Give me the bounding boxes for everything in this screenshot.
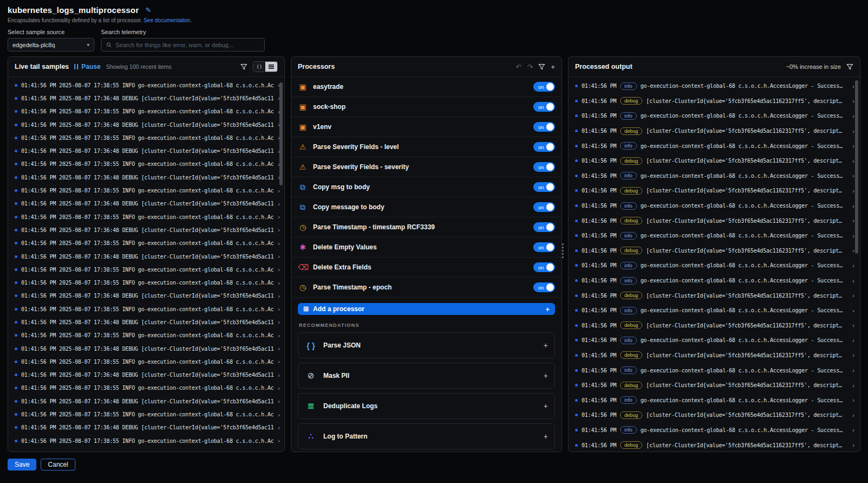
output-row[interactable]: 01:41:56 PM debug [cluster-ClusterId{val… [569, 183, 860, 198]
processor-toggle[interactable]: on [533, 182, 555, 192]
recommendation-card[interactable]: ⊘ Mask PII + [298, 363, 555, 389]
add-icon[interactable]: + [551, 63, 555, 70]
output-row[interactable]: 01:41:56 PM info go-execution-context-gl… [569, 273, 860, 288]
processor-toggle[interactable]: on [533, 122, 555, 132]
chevron-right-icon: › [278, 450, 280, 452]
log-row[interactable]: 01:41:56 PM 2025-08-07 17:36:48 DEBUG [c… [8, 223, 284, 236]
log-row[interactable]: 01:41:56 PM 2025-08-07 17:38:55 INFO go-… [8, 302, 284, 315]
log-row[interactable]: 01:41:56 PM 2025-08-07 17:38:55 INFO go-… [8, 434, 284, 447]
processor-toggle[interactable]: on [533, 262, 555, 272]
processor-toggle[interactable]: on [533, 222, 555, 232]
log-row[interactable]: 01:41:56 PM 2025-08-07 17:36:48 DEBUG [c… [8, 197, 284, 210]
processor-row[interactable]: ⌫ Delete Extra Fields on [291, 257, 561, 278]
processor-toggle[interactable]: on [533, 142, 555, 152]
save-button[interactable]: Save [8, 459, 36, 471]
log-row[interactable]: 01:41:56 PM 2025-08-07 17:36:48 DEBUG [c… [8, 144, 284, 157]
log-row[interactable]: 01:41:56 PM 2025-08-07 17:36:48 DEBUG [c… [8, 395, 284, 408]
output-row[interactable]: 01:41:56 PM info go-execution-context-gl… [569, 198, 860, 214]
undo-icon[interactable]: ↶ [516, 63, 522, 70]
output-row[interactable]: 01:41:56 PM info go-execution-context-gl… [569, 363, 860, 378]
output-row[interactable]: 01:41:56 PM debug [cluster-ClusterId{val… [569, 153, 860, 169]
log-row[interactable]: 01:41:56 PM 2025-08-07 17:38:55 INFO go-… [8, 131, 284, 144]
scrollbar-thumb[interactable] [855, 80, 858, 254]
output-row[interactable]: 01:41:56 PM info go-execution-context-gl… [569, 79, 860, 94]
processor-row[interactable]: ⚠ Parse Severity Fields - severity on [291, 157, 561, 177]
processor-toggle[interactable]: on [533, 162, 555, 172]
processor-toggle[interactable]: on [533, 102, 555, 112]
log-row[interactable]: 01:41:56 PM 2025-08-07 17:38:55 INFO go-… [8, 237, 284, 250]
log-row[interactable]: 01:41:56 PM 2025-08-07 17:36:48 DEBUG [c… [8, 289, 284, 302]
log-row[interactable]: 01:41:56 PM 2025-08-07 17:36:48 DEBUG [c… [8, 447, 284, 452]
documentation-link[interactable]: See documentation. [144, 17, 192, 23]
log-row[interactable]: 01:41:56 PM 2025-08-07 17:38:55 INFO go-… [8, 329, 284, 342]
processor-row[interactable]: ⧉ Copy msg to body on [291, 177, 561, 197]
processor-row[interactable]: ▣ v1env on [291, 117, 561, 137]
output-row[interactable]: 01:41:56 PM debug [cluster-ClusterId{val… [569, 437, 860, 452]
output-row[interactable]: 01:41:56 PM info go-execution-context-gl… [569, 169, 860, 184]
log-row[interactable]: 01:41:56 PM 2025-08-07 17:36:48 DEBUG [c… [8, 250, 284, 263]
recommendation-card[interactable]: ≣ Deduplicate Logs + [298, 393, 555, 419]
output-row[interactable]: 01:41:56 PM debug [cluster-ClusterId{val… [569, 124, 860, 139]
log-row[interactable]: 01:41:56 PM 2025-08-07 17:36:48 DEBUG [c… [8, 315, 284, 329]
log-row[interactable]: 01:41:56 PM 2025-08-07 17:38:55 INFO go-… [8, 105, 284, 118]
processor-toggle[interactable]: on [533, 82, 555, 92]
sample-source-select[interactable]: edgedelta-plc8q ▾ [8, 38, 94, 51]
output-row[interactable]: 01:41:56 PM info go-execution-context-gl… [569, 303, 860, 318]
processor-toggle[interactable]: on [533, 242, 555, 252]
processor-row[interactable]: ◷ Parse Timestamp - timestamp RCF3339 on [291, 217, 561, 237]
search-input[interactable] [116, 42, 260, 48]
log-row[interactable]: 01:41:56 PM 2025-08-07 17:38:55 INFO go-… [8, 158, 284, 171]
filter-icon[interactable] [538, 63, 545, 70]
processor-toggle[interactable]: on [533, 202, 555, 212]
output-row[interactable]: 01:41:56 PM info go-execution-context-gl… [569, 138, 860, 153]
output-row[interactable]: 01:41:56 PM info go-execution-context-gl… [569, 423, 860, 438]
output-row[interactable]: 01:41:56 PM info go-execution-context-gl… [569, 108, 860, 124]
processor-toggle[interactable]: on [533, 282, 555, 292]
edit-title-icon[interactable]: ✎ [145, 6, 151, 14]
output-row[interactable]: 01:41:56 PM debug [cluster-ClusterId{val… [569, 288, 860, 303]
log-row[interactable]: 01:41:56 PM 2025-08-07 17:36:48 DEBUG [c… [8, 118, 284, 131]
output-row[interactable]: 01:41:56 PM info go-execution-context-gl… [569, 258, 860, 273]
output-row[interactable]: 01:41:56 PM debug [cluster-ClusterId{val… [569, 348, 860, 363]
pause-button[interactable]: Pause [74, 63, 100, 70]
log-row[interactable]: 01:41:56 PM 2025-08-07 17:38:55 INFO go-… [8, 382, 284, 395]
log-row[interactable]: 01:41:56 PM 2025-08-07 17:38:55 INFO go-… [8, 408, 284, 421]
output-row[interactable]: 01:41:56 PM debug [cluster-ClusterId{val… [569, 243, 860, 259]
output-row[interactable]: 01:41:56 PM info go-execution-context-gl… [569, 392, 860, 408]
cancel-button[interactable]: Cancel [41, 459, 75, 471]
recommendation-card[interactable]: { } Parse JSON + [298, 332, 555, 358]
redo-icon[interactable]: ↷ [527, 63, 533, 70]
log-row[interactable]: 01:41:56 PM 2025-08-07 17:36:48 DEBUG [c… [8, 171, 284, 184]
output-row[interactable]: 01:41:56 PM info go-execution-context-gl… [569, 228, 860, 243]
output-row[interactable]: 01:41:56 PM debug [cluster-ClusterId{val… [569, 408, 860, 423]
add-processor-button[interactable]: ⊞ Add a processor + [298, 303, 555, 315]
log-row[interactable]: 01:41:56 PM 2025-08-07 17:38:55 INFO go-… [8, 355, 284, 368]
raw-view-button[interactable]: () [253, 62, 265, 72]
recommendation-card[interactable]: ∴ Log to Pattern + [298, 423, 555, 449]
log-row[interactable]: 01:41:56 PM 2025-08-07 17:38:55 INFO go-… [8, 263, 284, 276]
processor-row[interactable]: ▣ sock-shop on [291, 97, 561, 117]
output-row[interactable]: 01:41:56 PM debug [cluster-ClusterId{val… [569, 378, 860, 393]
scrollbar-thumb[interactable] [279, 82, 283, 185]
output-row[interactable]: 01:41:56 PM debug [cluster-ClusterId{val… [569, 94, 860, 109]
log-row[interactable]: 01:41:56 PM 2025-08-07 17:38:55 INFO go-… [8, 210, 284, 223]
output-row[interactable]: 01:41:56 PM debug [cluster-ClusterId{val… [569, 318, 860, 333]
processor-row[interactable]: ⧉ Copy message to body on [291, 197, 561, 217]
processor-row[interactable]: ⚠ Parse Severity Fields - level on [291, 137, 561, 157]
log-row[interactable]: 01:41:56 PM 2025-08-07 17:36:48 DEBUG [c… [8, 92, 284, 105]
log-row[interactable]: 01:41:56 PM 2025-08-07 17:36:48 DEBUG [c… [8, 342, 284, 355]
log-row[interactable]: 01:41:56 PM 2025-08-07 17:38:55 INFO go-… [8, 79, 284, 92]
filter-icon[interactable] [240, 63, 247, 70]
output-row[interactable]: 01:41:56 PM info go-execution-context-gl… [569, 333, 860, 348]
list-view-button[interactable] [265, 62, 277, 72]
log-row[interactable]: 01:41:56 PM 2025-08-07 17:36:48 DEBUG [c… [8, 369, 284, 382]
log-row[interactable]: 01:41:56 PM 2025-08-07 17:38:55 INFO go-… [8, 276, 284, 289]
log-row[interactable]: 01:41:56 PM 2025-08-07 17:38:55 INFO go-… [8, 184, 284, 197]
filter-icon[interactable] [846, 63, 853, 70]
processor-row[interactable]: ◷ Parse Timestamp - epoch on [291, 278, 561, 298]
processor-row[interactable]: ✱ Delete Empty Values on [291, 237, 561, 257]
panel-resize-handle[interactable] [562, 243, 566, 262]
output-row[interactable]: 01:41:56 PM debug [cluster-ClusterId{val… [569, 213, 860, 228]
log-row[interactable]: 01:41:56 PM 2025-08-07 17:36:48 DEBUG [c… [8, 421, 284, 434]
processor-row[interactable]: ▣ easytrade on [291, 77, 561, 97]
